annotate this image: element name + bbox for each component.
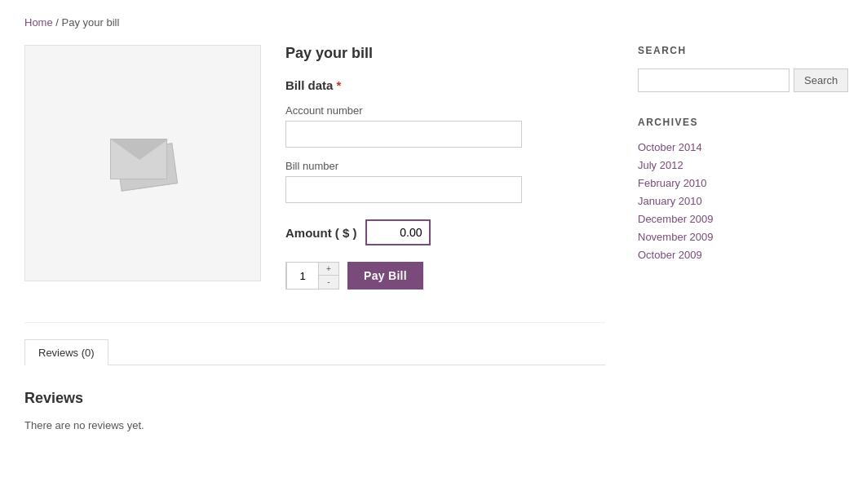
bill-data-label: Bill data * — [285, 78, 605, 92]
envelope-front — [110, 139, 167, 179]
quantity-decrement-button[interactable]: - — [319, 276, 338, 289]
bill-number-input[interactable] — [285, 176, 522, 203]
list-item: November 2009 — [638, 230, 834, 243]
product-details: Pay your bill Bill data * Account number… — [285, 45, 605, 290]
search-row: Search — [638, 69, 834, 92]
reviews-heading: Reviews — [24, 390, 605, 407]
bill-data-section: Bill data * Account number Bill number — [285, 78, 605, 203]
archive-link-nov2009[interactable]: November 2009 — [638, 231, 714, 243]
envelope-flap — [111, 139, 168, 160]
search-heading: SEARCH — [638, 45, 834, 56]
envelope-icon — [110, 139, 175, 188]
breadcrumb-separator: / — [53, 16, 62, 29]
tab-reviews[interactable]: Reviews (0) — [24, 339, 108, 365]
archives-heading: ARCHIVES — [638, 117, 834, 128]
quantity-pay-row: + - Pay Bill — [285, 262, 605, 290]
search-button[interactable]: Search — [794, 69, 848, 92]
content-area: Pay your bill Bill data * Account number… — [24, 45, 605, 431]
list-item: February 2010 — [638, 176, 834, 189]
main-layout: Pay your bill Bill data * Account number… — [24, 45, 834, 431]
archive-link-jul2012[interactable]: July 2012 — [638, 159, 683, 171]
reviews-tabs: Reviews (0) — [24, 339, 605, 365]
list-item: July 2012 — [638, 158, 834, 171]
search-input[interactable] — [638, 69, 789, 92]
required-star: * — [337, 78, 342, 92]
archive-link-feb2010[interactable]: February 2010 — [638, 177, 707, 189]
sidebar: SEARCH Search ARCHIVES October 2014 July… — [638, 45, 834, 431]
breadcrumb: Home / Pay your bill — [24, 16, 834, 29]
sidebar-search-section: SEARCH Search — [638, 45, 834, 92]
archive-link-oct2009[interactable]: October 2009 — [638, 249, 702, 261]
amount-label: Amount ( $ ) — [285, 226, 357, 240]
quantity-stepper[interactable]: + - — [285, 262, 339, 290]
sidebar-archives-section: ARCHIVES October 2014 July 2012 February… — [638, 117, 834, 261]
archives-list: October 2014 July 2012 February 2010 Jan… — [638, 140, 834, 261]
quantity-input[interactable] — [286, 263, 319, 289]
reviews-section: Reviews There are no reviews yet. — [24, 382, 605, 431]
no-reviews-text: There are no reviews yet. — [24, 419, 605, 431]
bill-number-group: Bill number — [285, 160, 605, 203]
product-image — [24, 45, 261, 281]
pay-bill-button[interactable]: Pay Bill — [347, 262, 423, 290]
list-item: December 2009 — [638, 212, 834, 225]
product-section: Pay your bill Bill data * Account number… — [24, 45, 605, 290]
quantity-controls: + - — [319, 263, 338, 289]
breadcrumb-home-link[interactable]: Home — [24, 16, 53, 29]
archive-link-oct2014[interactable]: October 2014 — [638, 141, 702, 153]
archive-link-jan2010[interactable]: January 2010 — [638, 195, 702, 207]
page-title: Pay your bill — [285, 45, 605, 62]
list-item: October 2009 — [638, 248, 834, 261]
content-divider — [24, 322, 605, 323]
archive-link-dec2009[interactable]: December 2009 — [638, 213, 714, 225]
list-item: October 2014 — [638, 140, 834, 153]
list-item: January 2010 — [638, 194, 834, 207]
amount-input[interactable] — [365, 219, 431, 245]
account-number-group: Account number — [285, 104, 605, 148]
amount-row: Amount ( $ ) — [285, 219, 605, 245]
breadcrumb-current: Pay your bill — [62, 16, 120, 29]
account-number-label: Account number — [285, 104, 605, 117]
quantity-increment-button[interactable]: + — [319, 263, 338, 276]
account-number-input[interactable] — [285, 121, 522, 148]
bill-number-label: Bill number — [285, 160, 605, 172]
tab-list: Reviews (0) — [24, 339, 605, 365]
